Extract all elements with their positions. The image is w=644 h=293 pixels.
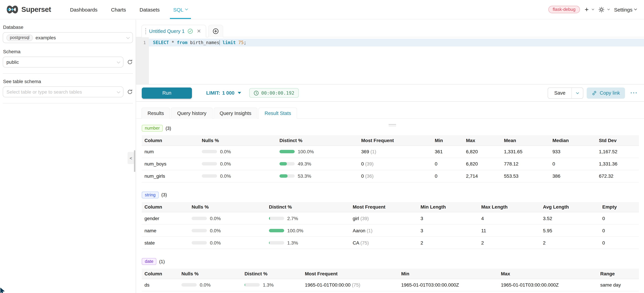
- column-name: num_girls: [142, 170, 199, 182]
- sql-keyword: limit: [222, 40, 236, 45]
- nulls-bar: [192, 216, 207, 220]
- column-header: Most Frequent: [350, 202, 418, 212]
- theme-toggle-button[interactable]: [598, 6, 610, 12]
- column-header: Max: [463, 135, 501, 146]
- results-tab-bar: Results Query history Query Insights Res…: [136, 102, 644, 119]
- database-select[interactable]: postgresql examples: [3, 32, 133, 43]
- nulls-bar: [202, 162, 217, 166]
- table-select[interactable]: Select table or type to search tables: [3, 86, 124, 97]
- schema-value: public: [6, 59, 19, 65]
- chevron-down-icon: [634, 8, 637, 10]
- query-elapsed-timer: 00:00:00.192: [250, 88, 299, 98]
- sidebar-divider: [3, 103, 133, 104]
- drag-handle-icon: [145, 28, 146, 34]
- distinct-bar: [269, 241, 284, 244]
- schema-select[interactable]: public: [3, 57, 124, 68]
- navbar-right: flask-debug + Settings: [548, 6, 636, 13]
- superset-infinity-icon: [6, 5, 19, 14]
- column-header: Max: [498, 268, 598, 279]
- mouse-cursor: [0, 288, 6, 293]
- sql-editor-left-bar: Database postgresql examples Schema publ…: [0, 20, 136, 293]
- plus-icon: +: [585, 6, 588, 13]
- refresh-tables-button[interactable]: [127, 89, 133, 95]
- save-options-button[interactable]: [572, 88, 583, 98]
- stats-section-number: number (3) Column Nulls % Distinct % Mos…: [142, 125, 640, 182]
- text-cursor: [219, 40, 220, 45]
- close-tab-icon[interactable]: ✕: [197, 28, 201, 34]
- scrollbar[interactable]: [134, 150, 135, 172]
- column-name: num_boys: [142, 158, 199, 170]
- limit-dropdown[interactable]: LIMIT: 1 000: [206, 90, 241, 96]
- column-header: Distinct %: [277, 135, 358, 146]
- nav-item-datasets[interactable]: Datasets: [133, 0, 166, 19]
- copy-link-button[interactable]: Copy link: [587, 87, 625, 98]
- number-stats-table: Column Nulls % Distinct % Most Frequent …: [142, 135, 639, 182]
- tab-results[interactable]: Results: [142, 108, 170, 119]
- distinct-bar: [269, 216, 284, 220]
- refresh-schemas-button[interactable]: [127, 59, 133, 65]
- tab-result-stats[interactable]: Result Stats: [258, 108, 297, 119]
- save-button[interactable]: Save: [548, 88, 572, 98]
- column-count: (3): [166, 126, 171, 131]
- more-actions-button[interactable]: ···: [630, 90, 638, 96]
- database-engine-tag: postgresql: [6, 34, 33, 41]
- table-header-row: Column Nulls % Distinct % Most Frequent …: [142, 135, 639, 146]
- query-tab[interactable]: Untitled Query 1 ✕: [142, 25, 206, 37]
- superset-logo[interactable]: Superset: [6, 5, 51, 14]
- table-row: state 0.0% 1.3% CA (75) 2 2 2 0: [142, 236, 639, 249]
- elapsed-time: 00:00:00.192: [261, 90, 294, 96]
- table-row: num_boys 0.0% 49.3% 0 (39) 0 6,820 778.1…: [142, 158, 639, 170]
- run-query-button[interactable]: Run: [142, 87, 192, 98]
- tab-query-history[interactable]: Query history: [171, 108, 212, 119]
- chevron-down-icon: [126, 36, 130, 39]
- tab-query-insights[interactable]: Query Insights: [214, 108, 258, 119]
- column-header: Distinct %: [242, 268, 302, 279]
- schema-label: Schema: [3, 49, 133, 54]
- column-header: Most Frequent: [358, 135, 432, 146]
- sql-keyword: from: [177, 40, 188, 45]
- nulls-bar: [202, 174, 217, 178]
- chevron-down-icon: [185, 8, 188, 10]
- chevron-down-icon: [117, 60, 120, 63]
- sql-star: *: [172, 40, 174, 45]
- table-row: num 0.0% 100.0% 369 (1) 361 6,820 1,331.…: [142, 146, 639, 158]
- clock-icon: [254, 90, 259, 96]
- column-name: name: [142, 224, 189, 236]
- top-navbar: Superset Dashboards Charts Datasets SQL …: [0, 0, 644, 19]
- column-header: Mean: [501, 135, 550, 146]
- table-header-row: Column Nulls % Distinct % Most Frequent …: [142, 202, 639, 212]
- collapse-sidebar-button[interactable]: <: [128, 152, 134, 164]
- nav-item-dashboards[interactable]: Dashboards: [63, 0, 104, 19]
- column-header: Min Length: [418, 202, 478, 212]
- distinct-bar: [280, 174, 295, 178]
- column-header: Max Length: [478, 202, 540, 212]
- sql-editor-panel: Untitled Query 1 ✕ 1 SELECT*frombirt: [136, 20, 644, 293]
- sql-number-literal: 75: [238, 40, 244, 45]
- stats-section-date: date (1) Column Nulls % Distinct % Most …: [142, 258, 640, 291]
- nav-item-charts[interactable]: Charts: [104, 0, 133, 19]
- column-name: state: [142, 236, 189, 249]
- nav-item-sql[interactable]: SQL: [166, 0, 194, 19]
- limit-value: 1 000: [222, 90, 234, 96]
- new-query-tab-button[interactable]: [208, 25, 223, 37]
- distinct-bar: [244, 283, 260, 286]
- table-schema-label: See table schema: [3, 79, 133, 84]
- new-item-button[interactable]: +: [585, 6, 594, 13]
- column-header: Std Dev: [596, 135, 639, 146]
- sql-code-editor[interactable]: 1 SELECT*frombirth_nameslimit75;: [136, 37, 644, 84]
- pane-resize-handle[interactable]: [389, 124, 396, 127]
- editor-toolbar: Run LIMIT: 1 000 00:00:00.192 Save: [136, 84, 644, 102]
- column-header: Nulls %: [199, 135, 277, 146]
- table-select-placeholder: Select table or type to search tables: [6, 89, 82, 94]
- column-header: Column: [142, 268, 179, 279]
- column-header: Range: [598, 268, 639, 279]
- table-row: ds 0.0% 1.3% 1965-01-01T00:00:00 (75) 19…: [142, 279, 639, 291]
- limit-label: LIMIT:: [206, 90, 220, 96]
- query-tab-bar: Untitled Query 1 ✕: [136, 20, 644, 37]
- chevron-down-icon: [592, 8, 594, 10]
- sql-statement-line: SELECT*frombirth_nameslimit75;: [149, 39, 644, 46]
- database-value: examples: [36, 35, 56, 40]
- table-header-row: Column Nulls % Distinct % Most Frequent …: [142, 268, 639, 279]
- chevron-down-icon: [607, 8, 610, 10]
- settings-menu[interactable]: Settings: [614, 6, 636, 12]
